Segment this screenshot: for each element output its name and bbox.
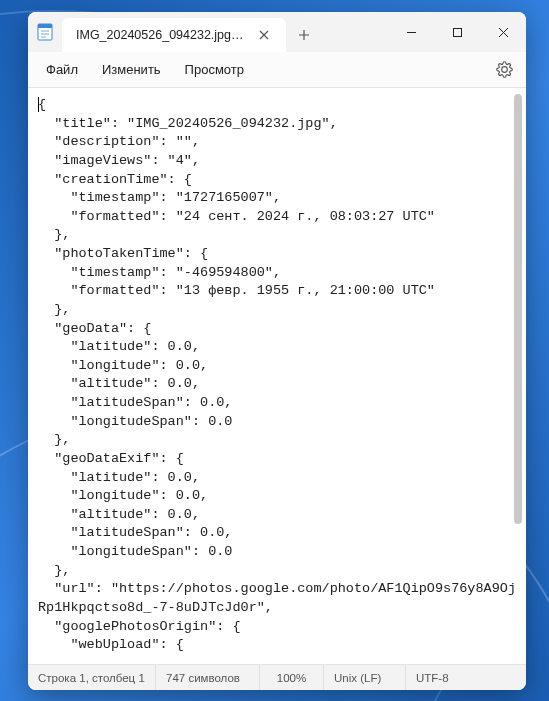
- menu-edit[interactable]: Изменить: [90, 56, 173, 83]
- statusbar: Строка 1, столбец 1 747 символов 100% Un…: [28, 664, 526, 690]
- titlebar[interactable]: IMG_20240526_094232.jpg.json: [28, 12, 526, 52]
- notepad-icon: [36, 23, 54, 41]
- app-icon: [28, 12, 62, 52]
- svg-rect-6: [453, 28, 461, 36]
- status-zoom[interactable]: 100%: [260, 665, 324, 690]
- svg-rect-1: [38, 24, 52, 28]
- close-window-button[interactable]: [480, 12, 526, 52]
- tab-close-button[interactable]: [252, 23, 276, 47]
- active-tab[interactable]: IMG_20240526_094232.jpg.json: [62, 18, 286, 52]
- settings-button[interactable]: [488, 54, 520, 86]
- status-cursor-position: Строка 1, столбец 1: [28, 665, 156, 690]
- tab-title: IMG_20240526_094232.jpg.json: [76, 28, 246, 42]
- menubar: Файл Изменить Просмотр: [28, 52, 526, 88]
- minimize-icon: [406, 27, 417, 38]
- close-icon: [259, 30, 269, 40]
- gear-icon: [496, 61, 513, 78]
- menu-file[interactable]: Файл: [34, 56, 90, 83]
- close-icon: [498, 27, 509, 38]
- maximize-button[interactable]: [434, 12, 480, 52]
- text-editor[interactable]: { "title": "IMG_20240526_094232.jpg", "d…: [28, 88, 526, 664]
- plus-icon: [298, 29, 310, 41]
- editor-content[interactable]: { "title": "IMG_20240526_094232.jpg", "d…: [38, 96, 518, 655]
- new-tab-button[interactable]: [286, 18, 322, 52]
- status-char-count: 747 символов: [156, 665, 260, 690]
- vertical-scrollbar[interactable]: [512, 94, 524, 658]
- notepad-window: IMG_20240526_094232.jpg.json Файл Измени…: [28, 12, 526, 690]
- window-controls: [388, 12, 526, 52]
- maximize-icon: [452, 27, 463, 38]
- minimize-button[interactable]: [388, 12, 434, 52]
- scrollbar-thumb[interactable]: [514, 94, 522, 524]
- status-encoding[interactable]: UTF-8: [406, 665, 526, 690]
- status-line-ending[interactable]: Unix (LF): [324, 665, 406, 690]
- menu-view[interactable]: Просмотр: [173, 56, 256, 83]
